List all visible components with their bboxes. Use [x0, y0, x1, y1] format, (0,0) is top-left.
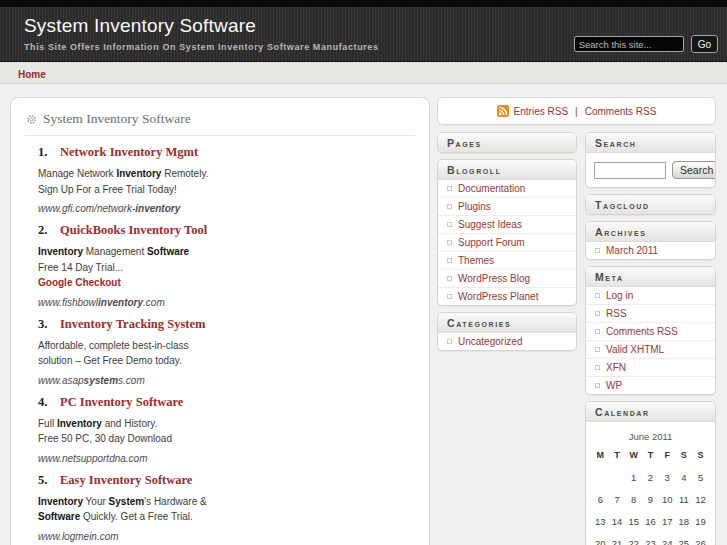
calendar-day-cell: 9 — [642, 488, 659, 510]
widget-link-wordpress-planet[interactable]: WordPress Planet — [458, 291, 538, 302]
text-segment: Quickly. Get a Free Trial. — [80, 511, 193, 522]
ad-listing: 1.Network Inventory MgmtManage Network I… — [38, 145, 415, 214]
ad-title-link[interactable]: QuickBooks Inventory Tool — [60, 223, 207, 238]
ad-title-link[interactable]: Easy Inventory Software — [60, 473, 192, 488]
list-item: Log in — [586, 287, 715, 304]
calendar-week-row: 12345 — [592, 466, 709, 488]
square-bullet-icon — [447, 276, 452, 281]
widget-list-meta: Log inRSSComments RSSValid XHTMLXFNWP — [586, 287, 715, 394]
calendar-day-cell: 10 — [659, 488, 676, 510]
text-segment: Manage Network — [38, 168, 116, 179]
widget-link-suggest-ideas[interactable]: Suggest Ideas — [458, 219, 522, 230]
ad-display-url: www.netsupportdna.com — [38, 453, 415, 464]
widget-link-themes[interactable]: Themes — [458, 255, 494, 266]
list-item: Comments RSS — [586, 322, 715, 340]
calendar-table: MTWTFSS 12345678910111213141516171819202… — [592, 448, 709, 545]
widget-tagcloud: Tagcloud — [585, 194, 716, 215]
widget-link-plugins[interactable]: Plugins — [458, 201, 491, 212]
text-segment: system — [84, 375, 118, 386]
ad-listing-number: 2. — [38, 223, 60, 238]
sidebar-search-input[interactable] — [594, 162, 666, 179]
text-segment: Management — [83, 246, 147, 257]
ad-extra-link[interactable]: Google Checkout — [38, 277, 121, 288]
ad-description-line: Google Checkout — [38, 275, 415, 291]
widget-link-rss[interactable]: RSS — [606, 308, 627, 319]
text-segment: solution – Get Free Demo today. — [38, 355, 182, 366]
text-segment: Inventory — [38, 496, 83, 507]
calendar-day-cell: 6 — [592, 488, 609, 510]
widget-link-support-forum[interactable]: Support Forum — [458, 237, 525, 248]
ad-description-line: Inventory Your System's Hardware & — [38, 494, 415, 510]
text-segment: Free 14 Day Trial... — [38, 262, 123, 273]
list-item: WP — [586, 376, 715, 394]
calendar-day-cell: 23 — [642, 532, 659, 545]
sidebar-right-column: Search Search TagcloudArchivesMarch 2011… — [585, 132, 716, 545]
gear-icon — [26, 114, 37, 125]
ad-listing-head: 1.Network Inventory Mgmt — [38, 145, 415, 160]
ad-description-line: solution – Get Free Demo today. — [38, 353, 415, 369]
calendar-day-header: T — [642, 448, 659, 466]
list-item: Uncategorized — [438, 333, 576, 350]
square-bullet-icon — [447, 258, 452, 263]
square-bullet-icon — [447, 294, 452, 299]
calendar-day-cell: 26 — [692, 532, 709, 545]
widget-header-tagcloud: Tagcloud — [586, 195, 715, 214]
calendar-day-cell: 17 — [659, 510, 676, 532]
ad-description-line: Affordable, complete best-in-class — [38, 338, 415, 354]
widget-link-valid-xhtml[interactable]: Valid XHTML — [606, 344, 664, 355]
text-segment: inventory — [135, 203, 180, 214]
rss-icon — [497, 105, 509, 117]
calendar-day-cell: 25 — [676, 532, 693, 545]
square-bullet-icon — [595, 329, 600, 334]
ad-title-link[interactable]: Inventory Tracking System — [60, 317, 205, 332]
calendar-day-cell: 21 — [609, 532, 626, 545]
header-search-input[interactable] — [574, 36, 684, 52]
calendar-day-header: W — [625, 448, 642, 466]
calendar-day-cell: 14 — [609, 510, 626, 532]
calendar-day-cell: 3 — [659, 466, 676, 488]
square-bullet-icon — [595, 383, 600, 388]
widget-link-wordpress-blog[interactable]: WordPress Blog — [458, 273, 530, 284]
nav-home-link[interactable]: Home — [18, 69, 46, 80]
top-black-bar — [0, 0, 727, 7]
ad-description: Full Inventory and History.Free 50 PC, 3… — [38, 416, 415, 447]
widget-link-comments-rss[interactable]: Comments RSS — [606, 326, 678, 337]
text-segment: Software — [147, 246, 189, 257]
ad-listing-head: 3.Inventory Tracking System — [38, 317, 415, 332]
ad-listings: 1.Network Inventory MgmtManage Network I… — [25, 145, 415, 542]
square-bullet-icon — [595, 248, 600, 253]
list-item: WordPress Blog — [438, 269, 576, 287]
comments-rss-link[interactable]: Comments RSS — [585, 106, 657, 117]
square-bullet-icon — [595, 347, 600, 352]
calendar-day-cell: 13 — [592, 510, 609, 532]
widget-list-blogroll: DocumentationPluginsSuggest IdeasSupport… — [438, 180, 576, 305]
calendar-day-header: F — [659, 448, 676, 466]
page-title-text: System Inventory Software — [43, 111, 191, 127]
widget-link-documentation[interactable]: Documentation — [458, 183, 525, 194]
calendar-day-cell: 12 — [692, 488, 709, 510]
calendar-month-caption: June 2011 — [592, 426, 709, 448]
ad-title-link[interactable]: PC Inventory Software — [60, 395, 183, 410]
ad-display-url: www.fishbowlinventory.com — [38, 297, 415, 308]
widget-header-archives: Archives — [586, 222, 715, 242]
square-bullet-icon — [595, 293, 600, 298]
text-segment: Free 50 PC, 30 day Download — [38, 433, 172, 444]
ad-title-link[interactable]: Network Inventory Mgmt — [60, 145, 198, 160]
widget-link-xfn[interactable]: XFN — [606, 362, 626, 373]
widget-link-march-2011[interactable]: March 2011 — [606, 245, 658, 256]
text-segment: Inventory — [116, 168, 161, 179]
ad-description-line: Manage Network Inventory Remotely. — [38, 166, 415, 182]
ad-description: Manage Network Inventory Remotely.Sign U… — [38, 166, 415, 197]
sidebar-left-column: PagesBlogrollDocumentationPluginsSuggest… — [437, 132, 577, 545]
ad-description-line: Full Inventory and History. — [38, 416, 415, 432]
entries-rss-link[interactable]: Entries RSS — [514, 106, 568, 117]
text-segment: Full — [38, 418, 57, 429]
list-item: Support Forum — [438, 233, 576, 251]
ad-display-url: www.logmein.com — [38, 531, 415, 542]
calendar-day-cell: 18 — [676, 510, 693, 532]
widget-link-wp[interactable]: WP — [606, 380, 622, 391]
widget-link-log-in[interactable]: Log in — [606, 290, 633, 301]
widget-link-uncategorized[interactable]: Uncategorized — [458, 336, 522, 347]
sidebar-search-button[interactable]: Search — [672, 161, 716, 179]
go-button[interactable]: Go — [691, 35, 718, 53]
